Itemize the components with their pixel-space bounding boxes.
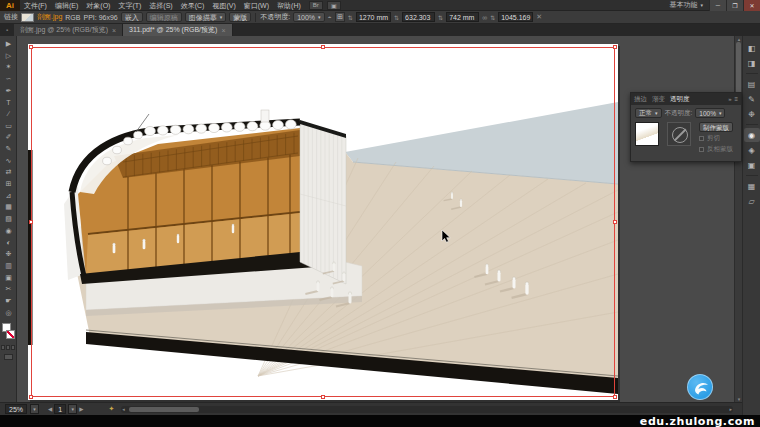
magic-wand-tool[interactable]: ✶	[0, 61, 17, 73]
panel-opacity-select[interactable]: 100% ▾	[695, 108, 725, 118]
type-tool[interactable]: T	[0, 96, 17, 108]
perspective-grid-tool[interactable]: ⊿	[0, 190, 17, 202]
menu-window[interactable]: 窗口(W)	[240, 0, 273, 11]
artboard-number-field[interactable]: 1	[54, 404, 66, 414]
close-tab-icon[interactable]: ×	[221, 27, 225, 34]
column-graph-tool[interactable]: ▥	[0, 260, 17, 272]
blend-mode-select[interactable]: 正常 ▾	[635, 108, 662, 118]
minimize-button[interactable]: ─	[709, 0, 726, 11]
selection-tool[interactable]: ▶	[0, 38, 17, 50]
collapse-panel-icon[interactable]: »	[728, 96, 731, 102]
tab-gradient[interactable]: 渐变	[652, 95, 665, 104]
tab-stroke[interactable]: 描边	[634, 95, 647, 104]
menu-file[interactable]: 文件(F)	[20, 0, 51, 11]
close-tab-icon[interactable]: ×	[112, 27, 116, 34]
clear-icon[interactable]: ✕	[536, 13, 542, 21]
symbols-icon[interactable]: ❉	[744, 107, 760, 121]
color-guide-icon[interactable]: ◨	[744, 56, 760, 70]
rectangle-tool[interactable]: ▭	[0, 120, 17, 132]
pen-tool[interactable]: ✒	[0, 85, 17, 97]
workspace-switcher[interactable]: 基本功能 ▾	[663, 0, 709, 10]
menu-type[interactable]: 文字(T)	[114, 0, 145, 11]
artboard[interactable]	[28, 44, 618, 400]
ai-logo[interactable]: Ai	[0, 0, 20, 11]
arrange-documents-icon[interactable]: ▣	[327, 1, 341, 10]
restore-button[interactable]: ❐	[726, 0, 743, 11]
make-mask-button[interactable]: 制作蒙版	[699, 122, 733, 132]
paintbrush-tool[interactable]: ✐	[0, 132, 17, 144]
artboard-chevron-icon[interactable]: ▾	[68, 404, 77, 414]
appearance-icon[interactable]: ◈	[744, 143, 760, 157]
layers-icon[interactable]: ▦	[744, 179, 760, 193]
y-field[interactable]: 632.303	[402, 12, 435, 22]
invert-mask-checkbox[interactable]	[699, 147, 704, 152]
gradient-tool[interactable]: ▧	[0, 213, 17, 225]
zoom-tool[interactable]: ◎	[0, 307, 17, 319]
slice-tool[interactable]: ✂	[0, 283, 17, 295]
reference-point-icon[interactable]: ⊞	[335, 12, 345, 22]
pencil-tool[interactable]: ✎	[0, 143, 17, 155]
zoom-level-field[interactable]: 25%	[5, 404, 27, 414]
shape-builder-tool[interactable]: ⊞	[0, 178, 17, 190]
constrain-link-icon[interactable]: ∞	[482, 14, 487, 21]
tab-311-pdf[interactable]: 311.pdf* @ 25% (RGB/预览)×	[123, 24, 232, 36]
x-spinner-icon[interactable]: ⇅	[348, 14, 353, 21]
close-button[interactable]: ✕	[743, 0, 760, 11]
scroll-right-icon[interactable]: ▸	[729, 406, 732, 413]
draw-mode-buttons[interactable]	[0, 345, 16, 350]
width-spinner-icon[interactable]: ⇅	[438, 14, 443, 21]
transparency-icon[interactable]: ◉	[744, 128, 760, 142]
tab-transparency[interactable]: 透明度	[670, 95, 690, 104]
panel-menu-icon[interactable]: ≡	[734, 96, 738, 102]
hand-tool[interactable]: ☛	[0, 295, 17, 307]
y-spinner-icon[interactable]: ⇅	[394, 14, 399, 21]
canvas[interactable]: ▴ ▾	[17, 36, 742, 402]
scroll-left-icon[interactable]: ◂	[122, 406, 125, 413]
width-field[interactable]: 742 mm	[446, 12, 479, 22]
horizontal-scrollbar[interactable]: ◂ ▸	[121, 406, 733, 413]
horizontal-scroll-thumb[interactable]	[129, 407, 199, 412]
menu-effect[interactable]: 效果(C)	[177, 0, 209, 11]
artboard-tool[interactable]: ▣	[0, 272, 17, 284]
menu-edit[interactable]: 编辑(E)	[51, 0, 82, 11]
embed-button[interactable]: 嵌入	[121, 12, 143, 22]
direct-selection-tool[interactable]: ▷	[0, 50, 17, 62]
menu-view[interactable]: 视图(V)	[208, 0, 239, 11]
fill-stroke-swatches[interactable]	[0, 322, 17, 342]
zoom-chevron-icon[interactable]: ▾	[30, 404, 39, 414]
opacity-label[interactable]: 不透明度:	[260, 12, 290, 22]
clip-checkbox[interactable]	[699, 136, 704, 141]
brushes-icon[interactable]: ✎	[744, 92, 760, 106]
no-mask-thumbnail[interactable]	[667, 122, 691, 146]
placed-artwork[interactable]	[28, 44, 618, 400]
free-transform-tool[interactable]: ⇄	[0, 167, 17, 179]
mask-button[interactable]: 蒙版	[229, 12, 251, 22]
color-icon[interactable]: ◧	[744, 41, 760, 55]
recolor-artwork-icon[interactable]: ◓	[328, 14, 332, 21]
links-icon[interactable]: ▱	[744, 194, 760, 208]
menu-object[interactable]: 对象(O)	[82, 0, 114, 11]
graphic-styles-icon[interactable]: ▣	[744, 158, 760, 172]
mesh-tool[interactable]: ▦	[0, 202, 17, 214]
line-segment-tool[interactable]: ∕	[0, 108, 17, 120]
height-spinner-icon[interactable]: ⇅	[490, 14, 495, 21]
eyedropper-tool[interactable]: ◉	[0, 225, 17, 237]
vertical-scrollbar[interactable]: ▴ ▾	[734, 36, 742, 402]
height-field[interactable]: 1045.169	[498, 12, 533, 22]
tab-section-jpg[interactable]: 剖面.jpg @ 25% (RGB/预览)×	[14, 24, 123, 36]
width-tool[interactable]: ∿	[0, 155, 17, 167]
x-field[interactable]: 1270 mm	[356, 12, 391, 22]
opacity-select[interactable]: 100% ▾	[293, 12, 324, 22]
tab-scroll-icon[interactable]: ▪	[0, 24, 14, 36]
stroke-none-swatch[interactable]	[6, 330, 15, 339]
swatches-icon[interactable]: ▤	[744, 77, 760, 91]
menu-help[interactable]: 帮助(H)	[273, 0, 305, 11]
next-artboard-icon[interactable]: ▶	[79, 406, 83, 412]
screen-mode-button[interactable]	[4, 354, 13, 360]
image-trace-select[interactable]: 图像描摹 ▾	[185, 12, 227, 22]
prev-artboard-icon[interactable]: ◀	[48, 406, 52, 412]
bridge-icon[interactable]: Br	[309, 1, 323, 10]
menu-select[interactable]: 选择(S)	[145, 0, 176, 11]
symbol-sprayer-tool[interactable]: ❉	[0, 248, 17, 260]
edit-original-button[interactable]: 编辑原稿	[146, 12, 182, 22]
